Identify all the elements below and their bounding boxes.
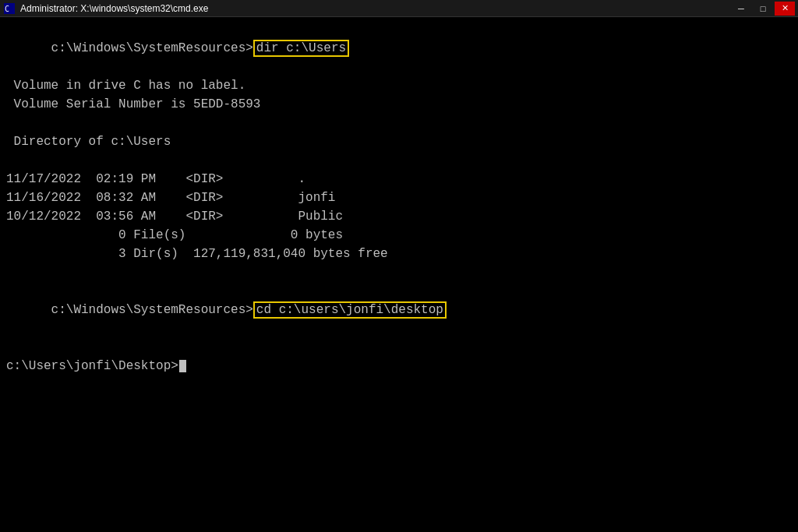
blank-line-4 (6, 114, 792, 132)
output-line-9: 10/12/2022 03:56 AM <DIR> Public (6, 207, 792, 226)
output-line-10: 0 File(s) 0 bytes (6, 226, 792, 245)
blank-line-14 (6, 338, 792, 357)
cursor (179, 360, 186, 372)
cmd-icon: C (3, 2, 16, 15)
cmd-window: C Administrator: X:\windows\system32\cmd… (0, 0, 798, 532)
blank-line-12 (6, 263, 792, 282)
title-bar-text: C Administrator: X:\windows\system32\cmd… (3, 2, 208, 15)
output-line-11: 3 Dir(s) 127,119,831,040 bytes free (6, 245, 792, 263)
prompt-2: c:\Windows\SystemResources> (51, 303, 253, 317)
maximize-button[interactable]: □ (753, 2, 773, 16)
cmd-line-15: c:\Users\jonfi\Desktop> (6, 357, 792, 375)
blank-line-6 (6, 151, 792, 170)
cmd-1-highlight: dir c:\Users (253, 40, 349, 57)
cmd-2-highlight: cd c:\users\jonfi\desktop (253, 301, 447, 319)
title-bar: C Administrator: X:\windows\system32\cmd… (0, 0, 798, 17)
svg-text:C: C (5, 5, 9, 13)
prompt-3: c:\Users\jonfi\Desktop> (6, 357, 178, 375)
window-controls: ─ □ ✕ (731, 2, 795, 16)
minimize-button[interactable]: ─ (731, 2, 751, 16)
cmd-line-13: c:\Windows\SystemResources>cd c:\users\j… (6, 282, 792, 338)
prompt-1: c:\Windows\SystemResources> (51, 41, 253, 55)
output-line-7: 11/17/2022 02:19 PM <DIR> . (6, 170, 792, 188)
output-line-2: Volume in drive C has no label. (6, 76, 792, 95)
close-button[interactable]: ✕ (775, 2, 795, 16)
output-line-8: 11/16/2022 08:32 AM <DIR> jonfi (6, 188, 792, 207)
terminal-body[interactable]: c:\Windows\SystemResources>dir c:\Users … (0, 17, 798, 532)
cmd-line-1: c:\Windows\SystemResources>dir c:\Users (6, 20, 792, 76)
output-line-3: Volume Serial Number is 5EDD-8593 (6, 95, 792, 114)
output-line-5: Directory of c:\Users (6, 132, 792, 151)
